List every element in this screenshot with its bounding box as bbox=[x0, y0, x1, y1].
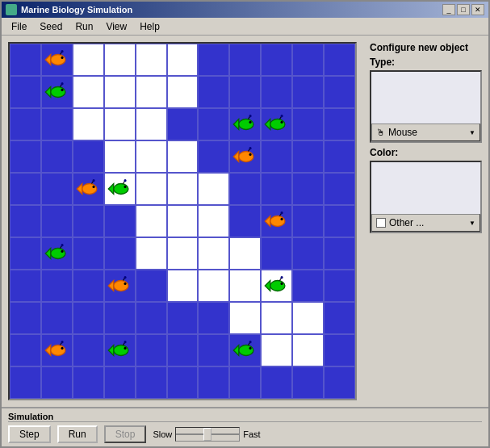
grid-cell[interactable] bbox=[41, 44, 73, 76]
grid-cell[interactable] bbox=[104, 334, 136, 366]
grid-cell[interactable] bbox=[229, 108, 261, 140]
speed-slider[interactable] bbox=[175, 427, 240, 442]
grid-cell[interactable] bbox=[324, 108, 355, 140]
grid-cell[interactable] bbox=[167, 237, 199, 270]
grid-cell[interactable] bbox=[73, 205, 104, 237]
color-dropdown[interactable]: Other ... ▼ bbox=[371, 214, 480, 232]
grid-cell[interactable] bbox=[229, 173, 261, 205]
grid-cell[interactable] bbox=[136, 108, 167, 140]
grid-cell[interactable] bbox=[136, 270, 167, 302]
grid-cell[interactable] bbox=[104, 270, 136, 302]
grid-cell[interactable] bbox=[229, 270, 261, 302]
grid-cell[interactable] bbox=[229, 76, 261, 108]
step-button[interactable]: Step bbox=[8, 425, 51, 443]
grid-cell[interactable] bbox=[104, 173, 136, 205]
grid-cell[interactable] bbox=[136, 44, 167, 76]
grid-cell[interactable] bbox=[198, 237, 229, 270]
grid-cell[interactable] bbox=[10, 140, 41, 173]
grid-cell[interactable] bbox=[198, 302, 229, 334]
grid-cell[interactable] bbox=[167, 366, 199, 399]
grid-cell[interactable] bbox=[73, 44, 104, 76]
grid-cell[interactable] bbox=[292, 334, 324, 366]
grid-cell[interactable] bbox=[41, 205, 73, 237]
grid-cell[interactable] bbox=[104, 108, 136, 140]
grid-cell[interactable] bbox=[10, 108, 41, 140]
type-dropdown[interactable]: 🖱 Mouse ▼ bbox=[371, 124, 480, 141]
grid-cell[interactable] bbox=[198, 173, 229, 205]
grid-cell[interactable] bbox=[324, 140, 355, 173]
grid-cell[interactable] bbox=[104, 237, 136, 270]
grid-cell[interactable] bbox=[198, 334, 229, 366]
grid-cell[interactable] bbox=[104, 302, 136, 334]
stop-button[interactable]: Stop bbox=[104, 425, 147, 443]
grid-cell[interactable] bbox=[10, 205, 41, 237]
close-button[interactable]: ✕ bbox=[471, 4, 484, 15]
grid-cell[interactable] bbox=[10, 302, 41, 334]
grid-cell[interactable] bbox=[198, 270, 229, 302]
grid-cell[interactable] bbox=[229, 237, 261, 270]
grid-cell[interactable] bbox=[261, 140, 292, 173]
grid-cell[interactable] bbox=[324, 366, 355, 399]
grid-cell[interactable] bbox=[167, 334, 199, 366]
grid-cell[interactable] bbox=[167, 76, 199, 108]
grid-cell[interactable] bbox=[324, 302, 355, 334]
grid-cell[interactable] bbox=[292, 237, 324, 270]
grid-cell[interactable] bbox=[167, 140, 199, 173]
grid-cell[interactable] bbox=[73, 270, 104, 302]
grid-cell[interactable] bbox=[73, 237, 104, 270]
grid-cell[interactable] bbox=[324, 334, 355, 366]
grid-cell[interactable] bbox=[136, 76, 167, 108]
grid-cell[interactable] bbox=[41, 270, 73, 302]
grid-cell[interactable] bbox=[167, 302, 199, 334]
grid-cell[interactable] bbox=[136, 205, 167, 237]
grid-cell[interactable] bbox=[73, 366, 104, 399]
grid-cell[interactable] bbox=[104, 205, 136, 237]
grid-cell[interactable] bbox=[261, 205, 292, 237]
grid-cell[interactable] bbox=[41, 140, 73, 173]
grid-cell[interactable] bbox=[198, 76, 229, 108]
grid-cell[interactable] bbox=[198, 205, 229, 237]
grid-cell[interactable] bbox=[261, 270, 292, 302]
grid-cell[interactable] bbox=[41, 76, 73, 108]
grid-cell[interactable] bbox=[261, 44, 292, 76]
grid-cell[interactable] bbox=[73, 108, 104, 140]
grid-cell[interactable] bbox=[292, 44, 324, 76]
grid-cell[interactable] bbox=[261, 237, 292, 270]
grid-cell[interactable] bbox=[136, 334, 167, 366]
grid-cell[interactable] bbox=[292, 270, 324, 302]
grid-cell[interactable] bbox=[261, 108, 292, 140]
simulation-grid[interactable] bbox=[8, 42, 357, 400]
grid-cell[interactable] bbox=[229, 334, 261, 366]
grid-cell[interactable] bbox=[229, 44, 261, 76]
grid-cell[interactable] bbox=[229, 205, 261, 237]
grid-cell[interactable] bbox=[10, 76, 41, 108]
grid-cell[interactable] bbox=[10, 173, 41, 205]
menu-run[interactable]: Run bbox=[69, 19, 99, 34]
grid-cell[interactable] bbox=[136, 140, 167, 173]
grid-cell[interactable] bbox=[324, 237, 355, 270]
grid-cell[interactable] bbox=[10, 366, 41, 399]
grid-cell[interactable] bbox=[10, 44, 41, 76]
grid-cell[interactable] bbox=[292, 366, 324, 399]
grid-cell[interactable] bbox=[292, 205, 324, 237]
grid-cell[interactable] bbox=[198, 140, 229, 173]
grid-cell[interactable] bbox=[104, 366, 136, 399]
grid-cell[interactable] bbox=[73, 334, 104, 366]
grid-cell[interactable] bbox=[10, 237, 41, 270]
grid-cell[interactable] bbox=[324, 270, 355, 302]
grid-cell[interactable] bbox=[41, 108, 73, 140]
minimize-button[interactable]: _ bbox=[442, 4, 455, 15]
menu-view[interactable]: View bbox=[99, 19, 133, 34]
grid-cell[interactable] bbox=[229, 302, 261, 334]
grid-cell[interactable] bbox=[261, 173, 292, 205]
grid-cell[interactable] bbox=[167, 205, 199, 237]
grid-cell[interactable] bbox=[104, 44, 136, 76]
grid-cell[interactable] bbox=[261, 366, 292, 399]
grid-cell[interactable] bbox=[261, 334, 292, 366]
grid-cell[interactable] bbox=[167, 108, 199, 140]
grid-cell[interactable] bbox=[73, 302, 104, 334]
grid-cell[interactable] bbox=[136, 366, 167, 399]
grid-cell[interactable] bbox=[136, 302, 167, 334]
grid-cell[interactable] bbox=[41, 237, 73, 270]
grid-cell[interactable] bbox=[292, 302, 324, 334]
